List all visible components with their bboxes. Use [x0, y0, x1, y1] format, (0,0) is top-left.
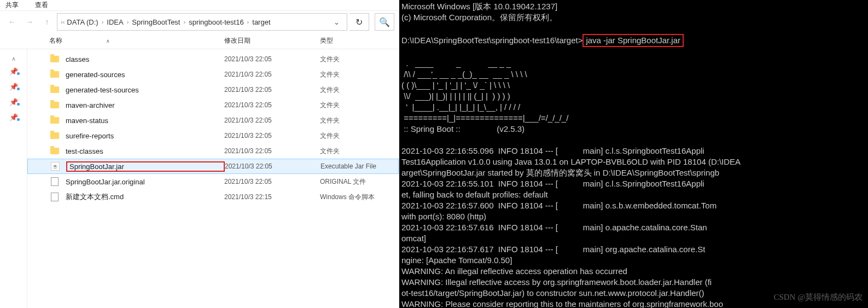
file-icon	[49, 191, 60, 202]
file-type: 文件夹	[320, 85, 340, 95]
folder-icon	[49, 146, 60, 156]
file-explorer: 共享 查看 ← → ↑ ‹‹ DATA (D:)› IDEA› SpringBo…	[0, 0, 399, 308]
spring-banner: ( ( )\___ | '_ | '_| | '_ \/ _` | \ \ \ …	[401, 80, 510, 90]
search-icon[interactable]: 🔍	[375, 13, 394, 31]
file-row[interactable]: maven-status2021/10/3 22:05文件夹	[27, 113, 399, 128]
folder-icon	[49, 130, 60, 141]
log-line: et, falling back to default profiles: de…	[401, 190, 548, 199]
breadcrumb[interactable]: ‹‹ DATA (D:)› IDEA› SpringBootTest› spri…	[57, 13, 347, 31]
log-line: 2021-10-03 22:16:57.600 INFO 18104 --- […	[401, 201, 716, 210]
chevron-right-icon: ›	[102, 19, 104, 25]
breadcrumb-item[interactable]: IDEA	[107, 18, 123, 26]
log-line: WARNING: An illegal reflective access op…	[401, 266, 627, 276]
file-date: 2021/10/3 22:05	[225, 162, 321, 170]
file-name: surefire-reports	[66, 132, 224, 140]
breadcrumb-item[interactable]: SpringBootTest	[132, 18, 180, 26]
file-name: generated-test-sources	[66, 86, 224, 94]
file-name: test-classes	[66, 147, 224, 155]
folder-icon	[49, 100, 60, 111]
file-row[interactable]: 新建文本文档.cmd2021/10/3 22:15Windows 命令脚本	[27, 189, 399, 205]
file-date: 2021/10/3 22:05	[224, 86, 320, 94]
terminal-prompt: D:\IDEA\SpringBootTest\springboot-test16…	[401, 36, 582, 45]
file-row[interactable]: classes2021/10/3 22:05文件夹	[27, 51, 399, 67]
breadcrumb-item[interactable]: DATA (D:)	[67, 18, 98, 26]
pin-icon[interactable]: 📌	[0, 109, 27, 125]
pin-icon[interactable]: 📌	[0, 79, 27, 94]
file-name: SpringBootJar.jar.original	[66, 178, 224, 186]
spring-banner: =========|_|==============|___/=/_/_/_/	[401, 113, 568, 123]
file-name: classes	[66, 55, 224, 63]
collapse-icon[interactable]: ∧	[0, 54, 27, 63]
column-date[interactable]: 修改日期	[224, 36, 320, 45]
file-name: generated-sources	[66, 71, 224, 79]
folder-icon	[49, 84, 60, 95]
file-date: 2021/10/3 22:05	[224, 71, 320, 78]
file-row[interactable]: surefire-reports2021/10/3 22:05文件夹	[27, 128, 399, 143]
file-type: 文件夹	[320, 55, 340, 64]
file-type: ORIGINAL 文件	[320, 177, 366, 187]
spring-banner: . ____ _ __ _ _	[401, 59, 511, 68]
file-name: maven-status	[66, 117, 224, 125]
log-line: omcat]	[401, 234, 426, 243]
file-row[interactable]: SpringBootJar.jar.original2021/10/3 22:0…	[27, 174, 399, 189]
file-row[interactable]: ☕SpringBootJar.jar2021/10/3 22:05Executa…	[27, 159, 399, 174]
column-type[interactable]: 类型	[320, 36, 397, 45]
file-date: 2021/10/3 22:05	[224, 132, 320, 140]
nav-forward-icon: →	[22, 14, 37, 30]
refresh-icon[interactable]: ↻	[349, 13, 369, 31]
file-icon	[49, 176, 60, 187]
file-row[interactable]: generated-test-sources2021/10/3 22:05文件夹	[27, 82, 399, 97]
log-line: 2021-10-03 22:16:55.101 INFO 18104 --- […	[401, 179, 704, 188]
file-date: 2021/10/3 22:05	[224, 117, 320, 124]
file-name: maven-archiver	[66, 101, 224, 109]
column-name[interactable]: 名称∧	[49, 36, 224, 45]
file-type: 文件夹	[320, 101, 340, 110]
jar-icon: ☕	[50, 161, 61, 172]
log-line: 2021-10-03 22:16:55.096 INFO 18104 --- […	[401, 146, 704, 155]
chevron-down-icon[interactable]: ⌄	[329, 18, 343, 26]
file-row[interactable]: test-classes2021/10/3 22:05文件夹	[27, 143, 399, 159]
nav-row: ← → ↑ ‹‹ DATA (D:)› IDEA› SpringBootTest…	[0, 11, 399, 33]
chevron-right-icon: ›	[183, 19, 185, 25]
sort-indicator-icon: ∧	[106, 38, 110, 44]
watermark: CSDN @莫得情感的码农	[773, 292, 863, 303]
breadcrumb-item[interactable]: target	[252, 18, 270, 26]
log-line: ngine: [Apache Tomcat/9.0.50]	[401, 255, 512, 265]
spring-version: :: Spring Boot :: (v2.5.3)	[401, 124, 525, 133]
folder-icon	[49, 54, 60, 65]
file-type: 文件夹	[320, 147, 340, 156]
file-name: SpringBootJar.jar	[66, 161, 225, 172]
explorer-tabs: 共享 查看	[0, 0, 399, 11]
folder-icon	[49, 115, 60, 126]
log-line: arget\SpringBootJar.jar started by 莫的感情的…	[401, 168, 719, 177]
file-list: classes2021/10/3 22:05文件夹generated-sourc…	[27, 49, 399, 308]
file-type: Windows 命令脚本	[320, 193, 375, 202]
chevron-right-icon: ›	[247, 19, 249, 25]
terminal-line: Microsoft Windows [版本 10.0.19042.1237]	[401, 2, 557, 11]
nav-up-icon[interactable]: ↑	[39, 14, 55, 30]
tab-view[interactable]: 查看	[35, 1, 48, 10]
tab-share[interactable]: 共享	[5, 1, 19, 10]
log-line: ot-test16/target/SpringBootJar.jar) to c…	[401, 288, 704, 298]
file-date: 2021/10/3 22:05	[224, 178, 320, 185]
spring-banner: /\\ / ___'_ __ _ _(_)_ __ __ _ \ \ \ \	[401, 69, 527, 79]
log-line: WARNING: Illegal reflective access by or…	[401, 277, 712, 287]
column-headers: 名称∧ 修改日期 类型	[0, 33, 399, 49]
file-row[interactable]: generated-sources2021/10/3 22:05文件夹	[27, 67, 399, 82]
chevron-right-icon: ›	[127, 19, 129, 25]
file-row[interactable]: maven-archiver2021/10/3 22:05文件夹	[27, 97, 399, 113]
terminal-line: (c) Microsoft Corporation。保留所有权利。	[401, 13, 557, 22]
breadcrumb-item[interactable]: springboot-test16	[189, 18, 243, 26]
log-line: Test16Application v1.0.0 using Java 13.0…	[401, 157, 741, 166]
terminal[interactable]: Microsoft Windows [版本 10.0.19042.1237] (…	[399, 0, 868, 308]
pin-icon[interactable]: 📌	[0, 94, 27, 109]
spring-banner: ' |____| .__|_| |_|_| |_\__, | / / / /	[401, 102, 520, 112]
log-line: 2021-10-03 22:16:57.616 INFO 18104 --- […	[401, 223, 707, 232]
nav-back-icon[interactable]: ←	[4, 14, 20, 30]
log-line: WARNING: Please consider reporting this …	[401, 299, 723, 308]
chevron-left-icon: ‹‹	[61, 19, 65, 25]
sidebar: ∧ 📌 📌 📌 📌	[0, 49, 27, 308]
terminal-command-highlight: java -jar SpringBootJar.jar	[582, 34, 684, 47]
file-type: 文件夹	[320, 131, 340, 141]
pin-icon[interactable]: 📌	[0, 63, 27, 79]
